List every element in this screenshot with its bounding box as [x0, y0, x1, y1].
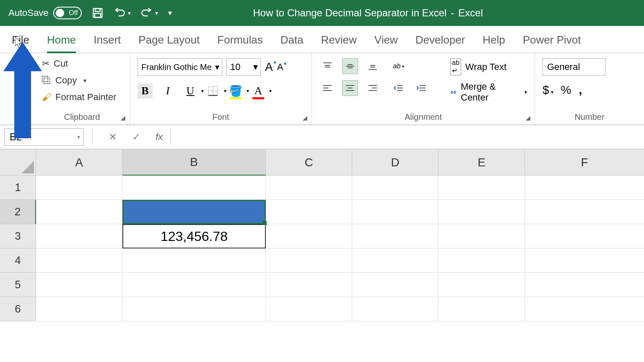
cell-e2[interactable]	[439, 200, 525, 224]
tab-insert[interactable]: Insert	[93, 34, 121, 52]
decrease-indent-button[interactable]	[391, 80, 407, 96]
comma-button[interactable]: ,	[579, 83, 582, 97]
cell-f6[interactable]	[525, 297, 644, 321]
format-painter-button[interactable]: 🖌 Format Painter	[42, 92, 122, 103]
customize-qat-button[interactable]: ▾	[168, 8, 172, 18]
column-header-f[interactable]: F	[525, 150, 644, 176]
cell-a1[interactable]	[36, 176, 122, 200]
font-color-button[interactable]: A ▾	[251, 83, 266, 98]
tab-help[interactable]: Help	[483, 34, 505, 52]
tab-home[interactable]: Home	[47, 34, 76, 52]
tab-view[interactable]: View	[374, 34, 398, 52]
chevron-down-icon[interactable]: ▾	[83, 77, 86, 84]
font-size-dropdown[interactable]: 10 ▾	[226, 58, 261, 76]
column-header-a[interactable]: A	[36, 150, 122, 176]
tab-review[interactable]: Review	[321, 34, 357, 52]
borders-button[interactable]: ▾	[205, 83, 221, 98]
orientation-button[interactable]: ab▾	[391, 58, 407, 74]
cell-d5[interactable]	[352, 273, 439, 297]
cell-b2[interactable]	[122, 200, 266, 224]
increase-indent-button[interactable]	[413, 80, 429, 96]
cell-c1[interactable]	[266, 176, 352, 200]
fill-handle[interactable]	[262, 221, 267, 225]
align-middle-button[interactable]	[342, 58, 358, 74]
cell-a5[interactable]	[36, 273, 122, 297]
font-launcher[interactable]: ◢	[303, 114, 307, 121]
cell-b6[interactable]	[122, 297, 266, 321]
cancel-formula-button[interactable]: ✕	[109, 131, 117, 143]
chevron-down-icon[interactable]: ▾	[155, 10, 158, 16]
align-right-button[interactable]	[365, 80, 381, 96]
align-top-button[interactable]	[319, 58, 335, 74]
number-format-dropdown[interactable]: General	[543, 58, 605, 76]
cell-e6[interactable]	[439, 297, 525, 321]
alignment-launcher[interactable]: ◢	[526, 114, 530, 121]
increase-font-button[interactable]: A▴	[265, 60, 273, 74]
column-header-b[interactable]: B	[122, 150, 266, 176]
cell-e4[interactable]	[439, 248, 525, 273]
cell-b3[interactable]: 123,456.78	[122, 224, 266, 248]
row-header-5[interactable]: 5	[0, 273, 36, 297]
undo-button[interactable]: ▾	[114, 7, 131, 19]
cell-b4[interactable]	[122, 248, 266, 273]
save-button[interactable]	[92, 7, 104, 19]
cell-e3[interactable]	[439, 224, 525, 248]
italic-button[interactable]: I	[160, 83, 175, 98]
column-header-e[interactable]: E	[439, 150, 525, 176]
currency-button[interactable]: $▾	[543, 83, 553, 97]
cell-f2[interactable]	[525, 200, 644, 224]
clipboard-launcher[interactable]: ◢	[121, 114, 125, 121]
align-bottom-button[interactable]	[365, 58, 381, 74]
bold-button[interactable]: B	[138, 83, 153, 98]
cell-c3[interactable]	[266, 224, 352, 248]
cell-e1[interactable]	[439, 176, 525, 200]
cell-f3[interactable]	[525, 224, 644, 248]
cell-a4[interactable]	[36, 248, 122, 273]
cell-b1[interactable]	[122, 176, 266, 200]
cell-c2[interactable]	[266, 200, 352, 224]
copy-button[interactable]: ⿻ Copy ▾	[42, 75, 122, 86]
formula-input[interactable]	[170, 128, 640, 146]
row-header-2[interactable]: 2	[0, 200, 36, 224]
cell-b5[interactable]	[122, 273, 266, 297]
cell-a2[interactable]	[36, 200, 122, 224]
cell-c4[interactable]	[266, 248, 352, 273]
row-header-6[interactable]: 6	[0, 297, 36, 321]
tab-developer[interactable]: Developer	[415, 34, 465, 52]
tab-page-layout[interactable]: Page Layout	[138, 34, 200, 52]
enter-formula-button[interactable]: ✓	[132, 131, 140, 143]
cell-f4[interactable]	[525, 248, 644, 273]
percent-button[interactable]: %	[561, 83, 571, 97]
cell-d1[interactable]	[352, 176, 439, 200]
cell-f1[interactable]	[525, 176, 644, 200]
chevron-down-icon[interactable]: ▾	[525, 89, 527, 95]
cell-d2[interactable]	[352, 200, 439, 224]
font-name-dropdown[interactable]: Franklin Gothic Me ▾	[138, 58, 222, 76]
row-header-4[interactable]: 4	[0, 248, 36, 273]
column-header-d[interactable]: D	[352, 150, 439, 176]
column-header-c[interactable]: C	[266, 150, 352, 176]
tab-formulas[interactable]: Formulas	[217, 34, 262, 52]
cell-c6[interactable]	[266, 297, 352, 321]
tab-power-pivot[interactable]: Power Pivot	[523, 34, 581, 52]
decrease-font-button[interactable]: A▾	[277, 62, 283, 72]
cell-a3[interactable]	[36, 224, 122, 248]
chevron-down-icon[interactable]: ▾	[128, 10, 131, 16]
cell-d6[interactable]	[352, 297, 439, 321]
merge-center-button[interactable]: ⇔ Merge & Center ▾	[450, 81, 527, 103]
cell-a6[interactable]	[36, 297, 122, 321]
cell-f5[interactable]	[525, 273, 644, 297]
align-left-button[interactable]	[319, 80, 335, 96]
fx-icon[interactable]: fx	[156, 132, 163, 142]
redo-button[interactable]: ▾	[141, 7, 158, 19]
cell-c5[interactable]	[266, 273, 352, 297]
tab-data[interactable]: Data	[280, 34, 304, 52]
select-all-corner[interactable]	[0, 150, 36, 176]
row-header-3[interactable]: 3	[0, 224, 36, 248]
fill-color-button[interactable]: 🪣 ▾	[228, 83, 243, 98]
cell-d3[interactable]	[352, 224, 439, 248]
cell-d4[interactable]	[352, 248, 439, 273]
cell-e5[interactable]	[439, 273, 525, 297]
row-header-1[interactable]: 1	[0, 176, 36, 200]
autosave-toggle[interactable]: Off	[53, 7, 82, 19]
